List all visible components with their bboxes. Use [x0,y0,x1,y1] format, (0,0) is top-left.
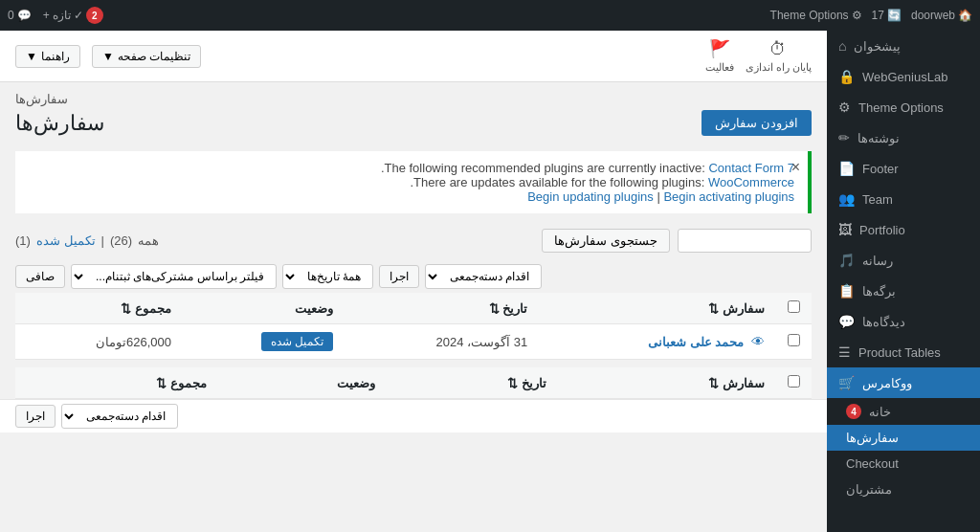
search-input[interactable] [678,229,812,253]
sidebar-item-bishkhwan[interactable]: پیشخوان ⌂ [827,31,980,61]
admin-bar-doorweb[interactable]: 🏠 doorweb [911,9,972,22]
col-total-2: مجموع ⇅ [15,367,218,399]
admin-bar: 🏠 doorweb 🔄 17 ⚙ Theme Options 2 ✓ تازه … [0,0,980,31]
filter-links: همه (26) | تکمیل شده (1) [15,233,159,248]
sidebar-item-team[interactable]: Team 👥 [827,184,980,214]
home-icon: 🏠 [958,9,972,22]
plus-icon: + [43,9,50,22]
chevron-down-icon: ▼ [26,50,37,63]
bulk-bar-top: اقدام دسته‌جمعی اجرا همهٔ تاریخ‌ها فیلتر… [0,260,827,293]
woocommerce-link[interactable]: WooCommerce [708,175,794,189]
sidebar-sub-item-moshtarian[interactable]: مشتریان [827,477,980,502]
main-content: ⏱ پایان راه اندازی 🚩 فعالیت تنظیمات صفحه… [0,31,827,532]
begin-updating-link[interactable]: Begin updating plugins [527,189,654,204]
h1-area: افزودن سفارش سفارش‌ها [0,106,827,144]
sidebar-item-barcheha[interactable]: برگه‌ها 📋 [827,276,980,306]
notice-line1: The following recommended plugins are cu… [29,161,794,175]
home-icon: ⌂ [838,38,846,54]
sidebar-sub-item-khaneh[interactable]: خانه 4 [827,398,980,425]
select-all-checkbox[interactable] [788,300,800,313]
orders-table: سفارش ⇅ تاریخ ⇅ وضعیت مجموع ⇅ [15,293,812,360]
sidebar-item-webgeniuslab[interactable]: WebGeniusLab 🔒 [827,61,980,92]
table-body: 👁 محمد علی شعبانی 31 آگوست، 2024 تکمیل ش… [15,324,812,360]
col-order: سفارش ⇅ [539,293,776,324]
wizard-icon: ⏱ [769,39,787,59]
edit-icon: ✏ [838,130,850,145]
sidebar-item-portfolio[interactable]: Portfolio 🖼 [827,214,980,245]
order-link[interactable]: محمد علی شعبانی [648,335,744,349]
table-header: سفارش ⇅ تاریخ ⇅ وضعیت مجموع ⇅ [15,293,812,324]
activity-btn[interactable]: 🚩 فعالیت [705,38,734,74]
status-badge: تکمیل شده [261,332,333,351]
select-all-checkbox-2[interactable] [788,375,800,388]
table-bottom-header: سفارش ⇅ تاریخ ⇅ وضعیت مجموع ⇅ [15,367,812,399]
add-order-button[interactable]: افزودن سفارش [702,110,812,136]
row-checkbox[interactable] [788,334,800,346]
bulk-action-select[interactable]: اقدام دسته‌جمعی [425,264,542,289]
sidebar-item-product-tables[interactable]: Product Tables ☰ [827,337,980,367]
admin-bar-theme-options[interactable]: ⚙ Theme Options [770,9,862,22]
page-settings-btn[interactable]: تنظیمات صفحه ▼ [92,45,201,68]
sidebar-sub-item-checkout[interactable]: Checkout [827,451,980,477]
sidebar-item-neveshteh[interactable]: نوشته‌ها ✏ [827,122,980,153]
bulk-action-select-bottom[interactable]: اقدام دسته‌جمعی [61,404,178,429]
breadcrumb: سفارش‌ها [15,92,68,106]
bulk-bar-bottom: اقدام دسته‌جمعی اجرا [0,399,827,432]
admin-bar-updates[interactable]: 🔄 17 [872,9,902,22]
orders-table-bottom: سفارش ⇅ تاریخ ⇅ وضعیت مجموع ⇅ [15,367,812,399]
date-filter-select[interactable]: همهٔ تاریخ‌ها [282,264,373,289]
filter-bar: جستجوی سفارش‌ها همه (26) | تکمیل شده (1) [0,221,827,260]
sidebar-item-didgahha[interactable]: دیدگاه‌ها 💬 [827,306,980,337]
admin-bar-left: 🏠 doorweb 🔄 17 ⚙ Theme Options [770,9,972,22]
check-icon: ✓ [74,9,83,22]
admin-bar-new[interactable]: 2 ✓ تازه + [43,7,103,24]
layout: پیشخوان ⌂ WebGeniusLab 🔒 Theme Options ⚙… [0,31,980,532]
page-icon: 📄 [838,161,855,176]
eye-icon: 👁 [751,334,765,349]
col-total: مجموع ⇅ [15,293,183,324]
sidebar-sub-item-sefareshha[interactable]: سفارش‌ها [827,425,980,451]
sidebar-item-woocommerce[interactable]: ووکامرس 🛒 [827,367,980,398]
sidebar-item-resaneh[interactable]: رسانه 🎵 [827,245,980,276]
filter-button[interactable]: صافی [15,265,65,288]
table-bottom-thead: سفارش ⇅ تاریخ ⇅ وضعیت مجموع ⇅ [15,367,812,399]
comments-icon: 💬 [838,314,855,329]
pages-icon: 📋 [838,283,855,299]
team-icon: 👥 [838,191,855,207]
completed-filter-link[interactable]: تکمیل شده [36,233,96,248]
col-date: تاریخ ⇅ [345,293,539,324]
gear-icon: ⚙ [852,9,862,22]
content-header: ⏱ پایان راه اندازی 🚩 فعالیت تنظیمات صفحه… [0,31,827,82]
sidebar-item-theme-options[interactable]: Theme Options ⚙ [827,92,980,122]
gear-icon: ⚙ [838,100,851,115]
notice-line2: There are updates available for the foll… [29,175,794,189]
bulk-apply-button[interactable]: اجرا [379,265,419,288]
admin-bar-comments[interactable]: 💬 0 [8,9,32,22]
woo-icon: 🛒 [838,375,855,390]
notice: × The following recommended plugins are … [15,151,812,213]
admin-bar-right: 2 ✓ تازه + 💬 0 [8,7,103,24]
setup-wizard-btn[interactable]: ⏱ پایان راه اندازی [746,39,812,74]
sidebar-item-footer[interactable]: Footer 📄 [827,153,980,184]
help-btn[interactable]: راهنما ▼ [15,45,80,68]
comment-icon: 💬 [17,9,32,22]
col-status: وضعیت [183,293,345,324]
lock-icon: 🔒 [838,69,855,84]
contact-form-7-link[interactable]: Contact Form 7 [708,161,794,175]
notice-line3: Begin updating plugins | Begin activatin… [29,189,794,204]
search-button[interactable]: جستجوی سفارش‌ها [542,229,670,253]
customer-filter-select[interactable]: فیلتر براساس مشترکی‌های ثبتنام... [71,264,277,289]
table-wrapper: ➡ سفارش ⇅ تاریخ ⇅ وضعیت [15,293,812,360]
page-title: سفارش‌ها [15,111,104,136]
chevron-down-icon: ▼ [102,50,114,63]
activity-icon: 🚩 [709,38,730,59]
bulk-apply-button-bottom[interactable]: اجرا [15,405,56,428]
notice-close-button[interactable]: × [791,159,800,176]
page-title-area: سفارش‌ها [0,82,827,106]
begin-activating-link[interactable]: Begin activating plugins [663,189,794,204]
col-date-2: تاریخ ⇅ [387,367,557,399]
col-status-2: وضعیت [218,367,388,399]
portfolio-icon: 🖼 [838,222,852,237]
order-total: 626,000تومان [15,324,183,360]
order-date: 31 آگوست، 2024 [345,324,539,360]
